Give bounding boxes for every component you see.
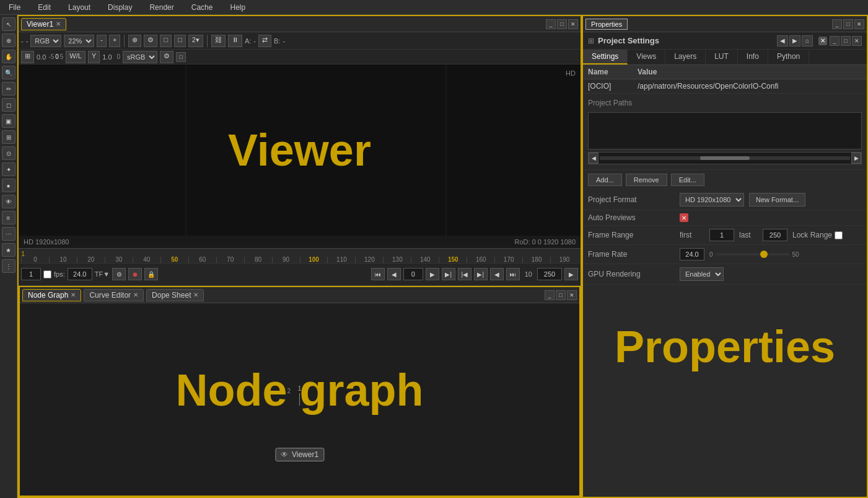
pp-scrollbar[interactable] [600,156,850,160]
props-x-btn[interactable]: ✕ [818,37,827,45]
tab-dope-sheet-close[interactable]: ✕ [193,291,198,298]
timeline-checkbox[interactable] [43,270,51,278]
vt-icon4[interactable]: □ [174,35,186,47]
viewer-tab-close[interactable]: ✕ [56,20,61,27]
vt-zoom-select[interactable]: 22% [64,35,94,47]
timeline-prev-frame[interactable]: ◀ [490,268,504,280]
timeline-next-key[interactable]: ▶| [474,268,488,280]
tool-dots[interactable]: ⋯ [2,227,15,241]
stab-info[interactable]: Info [738,50,768,64]
vt-num2[interactable]: 2▾ [188,35,203,47]
btn-remove[interactable]: Remove [626,174,667,186]
tool-select[interactable]: ⊕ [2,33,15,47]
right-maximize[interactable]: □ [843,19,853,29]
menu-help[interactable]: Help [226,2,249,13]
rtab-properties[interactable]: Properties [585,19,628,30]
vt-zoom-out[interactable]: - [97,35,107,47]
tool-clone[interactable]: ⊞ [2,130,15,144]
menu-edit[interactable]: Edit [34,2,55,13]
tool-eye[interactable]: 👁 [2,195,15,208]
pp-scroll-left[interactable]: ◀ [589,153,598,164]
vt2-lut[interactable]: ⚙ [160,51,173,63]
right-minimize[interactable]: _ [832,19,842,29]
tab-dope-sheet[interactable]: Dope Sheet ✕ [146,289,204,301]
vt-icon3[interactable]: □ [160,35,172,47]
timeline-prev[interactable]: ◀ [387,268,401,280]
menu-render[interactable]: Render [146,2,177,13]
auto-previews-x[interactable]: ✕ [680,213,688,222]
vt-pause[interactable]: ⏸ [228,35,242,47]
tool-brush[interactable]: ✏ [2,82,15,96]
btn-new-format[interactable]: New Format... [749,193,805,207]
timeline-last[interactable]: ⏭ [506,268,520,280]
props-nav-forward[interactable]: ▶ [789,35,800,47]
frame-range-first-input[interactable] [709,229,734,241]
vt-icon1[interactable]: ⊕ [128,35,141,47]
tool-fill[interactable]: ▣ [2,114,15,128]
timeline-pos-input[interactable] [403,268,423,280]
pp-scroll-right[interactable]: ▶ [851,153,861,164]
viewer-minimize[interactable]: _ [546,19,556,29]
btn-add[interactable]: Add... [588,174,622,186]
tab-node-graph[interactable]: Node Graph ✕ [22,289,81,301]
tool-blur[interactable]: ⊙ [2,146,15,160]
timeline-end-btn[interactable]: ▶ [564,268,578,280]
timeline-settings[interactable]: ⚙ [112,268,126,280]
tool-arrow[interactable]: ↖ [2,17,15,31]
stab-layers[interactable]: Layers [665,50,706,64]
menu-layout[interactable]: Layout [64,2,94,13]
vt2-wl[interactable]: W/L [66,51,85,63]
vt2-icon1[interactable]: ⊞ [21,51,34,63]
timeline-lock[interactable]: 🔒 [144,268,158,280]
vt-swap[interactable]: ⇄ [258,35,271,47]
tool-more[interactable]: ⋮ [2,259,15,273]
prop-gpu-select[interactable]: Enabled [680,267,724,281]
pp-scrollbar-thumb[interactable] [700,156,750,160]
props-minimize[interactable]: _ [830,36,840,46]
viewer-maximize[interactable]: □ [557,19,567,29]
prop-format-select[interactable]: HD 1920x1080 [680,193,744,207]
vt-zoom-in[interactable]: + [109,35,120,47]
timeline-record[interactable]: ⏺ [128,268,142,280]
stab-views[interactable]: Views [628,50,665,64]
vt-icon2[interactable]: ⚙ [144,35,157,47]
btn-edit[interactable]: Edit... [671,174,704,186]
bottom-close[interactable]: ✕ [567,290,577,300]
stab-python[interactable]: Python [768,50,809,64]
props-close[interactable]: ✕ [852,36,862,46]
props-maximize[interactable]: □ [841,36,851,46]
slider-thumb[interactable] [760,251,768,258]
lock-range-checkbox[interactable] [835,231,843,239]
tool-layers[interactable]: ≡ [2,211,15,225]
tool-zoom[interactable]: 🔍 [2,66,15,79]
bottom-minimize[interactable]: _ [545,290,555,300]
tab-curve-editor-close[interactable]: ✕ [133,291,138,298]
right-close[interactable]: ✕ [854,19,864,29]
props-nav-home[interactable]: ⌂ [802,35,813,47]
tool-eraser[interactable]: ◻ [2,98,15,112]
frame-range-last-input[interactable] [763,229,787,241]
viewer-node-box[interactable]: 👁 Viewer1 [275,448,324,461]
frame-rate-input[interactable] [680,248,704,260]
stab-settings[interactable]: Settings [583,50,628,64]
timeline-fps-input[interactable] [68,268,92,280]
tool-hand[interactable]: ✋ [2,50,15,63]
vt2-colorspace[interactable]: sRGB [123,51,157,63]
viewer-close[interactable]: ✕ [568,19,578,29]
menu-display[interactable]: Display [104,2,136,13]
props-nav-back[interactable]: ◀ [777,35,788,47]
tool-color[interactable]: ● [2,179,15,192]
vt-channels-select[interactable]: RGB [30,35,61,47]
timeline-next[interactable]: ▶| [442,268,455,280]
menu-cache[interactable]: Cache [188,2,217,13]
vt-chain[interactable]: ⛓ [211,35,226,47]
viewer-tab[interactable]: Viewer1 ✕ [21,18,66,30]
timeline-frame-input[interactable] [21,268,41,280]
timeline-prev-key[interactable]: |◀ [458,268,471,280]
bottom-maximize[interactable]: □ [556,290,566,300]
timeline-end-input[interactable] [537,268,562,280]
tool-sharpen[interactable]: ✦ [2,162,15,176]
frame-rate-slider[interactable]: 0 50 [709,251,799,258]
tool-star[interactable]: ★ [2,243,15,257]
menu-file[interactable]: File [5,2,24,13]
